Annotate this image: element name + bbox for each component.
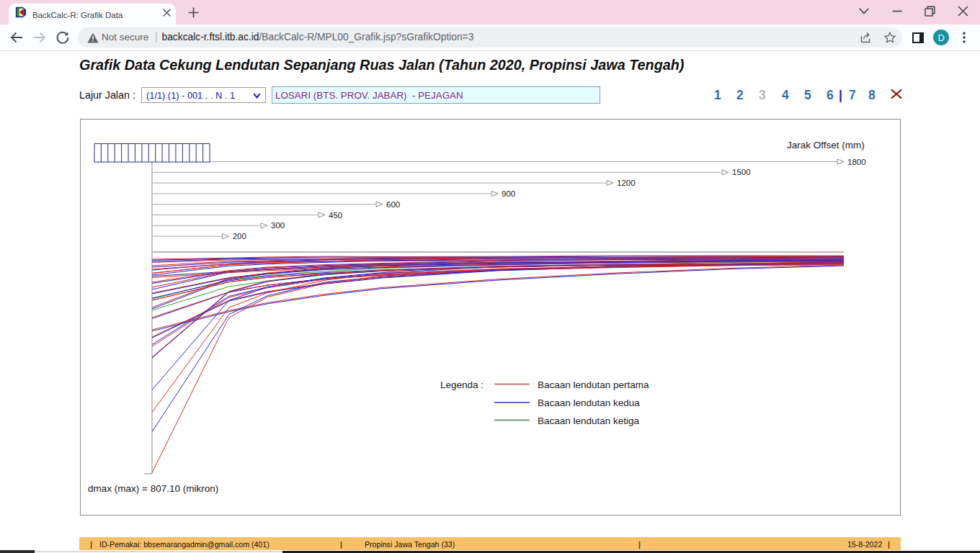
svg-text:450: 450 <box>329 211 342 220</box>
svg-text:200: 200 <box>233 232 246 240</box>
svg-text:1500: 1500 <box>732 168 751 176</box>
svg-text:Legenda :: Legenda : <box>440 379 484 390</box>
svg-text:1800: 1800 <box>847 158 866 166</box>
svg-text:600: 600 <box>386 200 400 209</box>
svg-text:Bacaan lendutan ketiga: Bacaan lendutan ketiga <box>538 415 640 426</box>
svg-text:dmax (max) = 807.10 (mikron): dmax (max) = 807.10 (mikron) <box>88 483 218 494</box>
svg-text:1200: 1200 <box>617 179 636 187</box>
svg-text:300: 300 <box>271 221 285 230</box>
svg-text:Bacaan lendutan pertama: Bacaan lendutan pertama <box>538 379 649 390</box>
svg-text:900: 900 <box>502 189 515 198</box>
svg-text:Jarak Offset (mm): Jarak Offset (mm) <box>787 140 865 150</box>
svg-text:Bacaan lendutan kedua: Bacaan lendutan kedua <box>538 397 640 408</box>
